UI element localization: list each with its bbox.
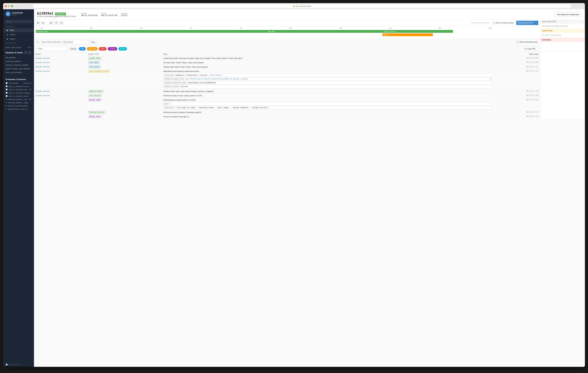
kv-val-parquet: gs://hackernews-elementl-prod/stories/20…: [185, 77, 489, 81]
bar-label-1: split_types: [268, 31, 275, 32]
info-cell: Finished execution of step "upload_stori…: [162, 93, 494, 98]
minimize-button[interactable]: [8, 5, 10, 7]
run-id-section: b13059e2 SUCCESS ⟳ Run of download_pipel…: [37, 11, 76, 17]
hide-unselected-control[interactable]: Hide unselected steps: [516, 41, 538, 43]
gantt-view-btn-1[interactable]: ⊞: [36, 21, 40, 25]
filter-button[interactable]: Filter: [28, 46, 32, 48]
hide-checkbox-input[interactable]: [493, 22, 495, 24]
re-execute-dropdown[interactable]: ▾: [535, 21, 538, 25]
filter-btn-error[interactable]: Error: [99, 47, 107, 51]
kv-key-pid: pid: [163, 102, 168, 106]
back-button[interactable]: ‹: [16, 5, 17, 7]
filter-btn-event[interactable]: Event: [118, 47, 127, 51]
filter-btn-info[interactable]: Info: [79, 47, 86, 51]
gantt-view-btn-3[interactable]: ▤: [49, 21, 53, 25]
gantt-main: ⊞ ⊟ ▤ ◷ ⊡ Hide not started steps: [34, 20, 540, 119]
schedule-item-5[interactable]: ⟳ download_pipeline__stagin...: [3, 101, 34, 104]
timestamp-cell: 08:32:57.739: [494, 115, 540, 119]
step-subset-input[interactable]: [40, 40, 89, 44]
log-table: SOLID EVENT TYPE INFO TIMESTAMP upload_s…: [34, 52, 540, 119]
pipeline-item-dynamic[interactable]: dynamic_download_pipeline: [3, 63, 34, 67]
gantt-view-btn-5[interactable]: ⊡: [59, 21, 63, 25]
pipeline-item-dbt[interactable]: dbt_pipeline: [3, 56, 34, 59]
schedule-name-2: daily_hn_download_staging...: [9, 92, 31, 94]
sidebar-item-status[interactable]: ◉ Status: [4, 37, 33, 41]
duration-value: 0:01:33: [121, 14, 127, 17]
tick-80: 80s: [389, 27, 439, 29]
info-cell: Got input "path" of type "String". (Type…: [162, 61, 494, 65]
schedule-item-3[interactable]: 🕐 daily_hn_dynamic_downlo...: [3, 94, 34, 98]
kv-key-asset: asset_key: [163, 74, 175, 77]
timestamp-cell: 08:32:52.094: [494, 61, 540, 65]
solid-name: upload_stories: [35, 90, 50, 92]
kv-val-step-keys: ['id_range_for_date', 'download_items', …: [175, 106, 492, 110]
view-asset-link[interactable]: [View Asset]: [209, 74, 221, 76]
pipeline-item-failure[interactable]: pipeline_failure_alert_pipeline: [3, 67, 34, 71]
pipeline-list-btn[interactable]: ≡: [28, 51, 32, 54]
all-schedules-label: All schedules: [9, 82, 19, 84]
errored-header: ERRORED: [540, 38, 585, 42]
assets-icon: ◈: [6, 33, 9, 36]
close-button[interactable]: [5, 5, 7, 7]
runs-icon: ▶: [6, 29, 9, 31]
gantt-bar-upload: upload_: [382, 33, 433, 36]
log-filter-input[interactable]: [36, 47, 67, 51]
gantt-view-btn-4[interactable]: ◷: [54, 21, 58, 25]
tick-60: 60s: [289, 27, 339, 29]
all-sensors-label: All sensors: [23, 82, 32, 84]
view-tags-button[interactable]: View tags and configuration: [555, 12, 582, 17]
schedule-clock-icon-1: 🕐: [6, 88, 8, 90]
filter-btn-warning[interactable]: Warning: [87, 47, 97, 51]
all-schedules-item[interactable]: 🕐 All schedules All sensors: [3, 81, 34, 85]
pipeline-item-story[interactable]: story_recommender: [3, 71, 34, 74]
gantt-bar-upload-comment: upload_comment...: [382, 30, 453, 33]
filter-btn-debug[interactable]: Debug: [69, 47, 78, 51]
meta-duration: Duration 0:01:33: [121, 12, 127, 17]
event-badge: ASSET_MATERIALIZATION: [88, 70, 110, 73]
copy-parquet-btn[interactable]: ⧉: [489, 77, 492, 80]
schedule-item-4[interactable]: ⟳ download_pipeline__prod...: [3, 98, 34, 101]
schedule-item-7[interactable]: ⟳ pipeline_failure_sensor: [3, 107, 34, 111]
kv-row-parquet: loaded_parquet_file gs://hackernews-elem…: [163, 77, 492, 81]
gantt-view-btn-2[interactable]: ⊟: [41, 21, 45, 25]
kv-key-dataset: bigquery_dataset_name: [163, 81, 187, 85]
table-body: upload_stories LOADED_INPUT Loaded input…: [34, 56, 540, 119]
logo-name: DAGSTER: [12, 12, 23, 14]
gantt-timeline: 10s 20s 30s 40s 50s 60s 70s 80s 90s 100s: [36, 27, 538, 30]
copy-url-button[interactable]: ⧉ Copy URL: [523, 47, 538, 51]
kv-val-dataset: hackernews.stories$20201228: [187, 81, 492, 85]
sensor-icon-6: ⟳: [6, 105, 7, 107]
clock-icon-tz: 🕐: [6, 363, 8, 365]
solid-name: -: [35, 116, 37, 118]
sidebar-item-assets[interactable]: ◈ Assets: [4, 33, 33, 37]
event-badge: STEP_SUCCESS: [88, 94, 102, 97]
tick-70: 70s: [339, 27, 389, 29]
filter-btn-critical[interactable]: Critical: [108, 47, 117, 51]
side-panels: NOT EXECUTED No steps are waiting to exe…: [540, 20, 585, 119]
hide-not-started-checkbox[interactable]: Hide not started steps: [493, 22, 514, 24]
layer-button[interactable]: ⊞ ▲: [90, 40, 96, 44]
ended-label: Ended: [101, 12, 117, 14]
forward-button[interactable]: ›: [19, 5, 20, 7]
pipelines-title: Pipelines & Solids: [6, 52, 23, 54]
parquet-link[interactable]: gs://hackernews-elementl-prod/stories/20…: [186, 78, 248, 80]
started-label: Started: [81, 12, 97, 14]
schedule-item-2[interactable]: 🕐 daily_hn_download_staging...: [3, 91, 34, 94]
run-pipeline-label: Run of download_pipeline @ f26bc119: pro…: [39, 15, 76, 17]
kv-key-step-keys: step_keys: [163, 106, 175, 110]
fullscreen-button[interactable]: [11, 5, 13, 7]
pipeline-graph-btn[interactable]: ⬡: [24, 51, 28, 54]
address-bar[interactable]: 🔒 demo.elementl.show: [33, 4, 571, 8]
info-cell: Finished execution of pipeline "download…: [162, 110, 494, 115]
re-execute-button[interactable]: Re-execute All (*): [516, 21, 535, 25]
kv-row-table: bigquery_table stories: [163, 85, 492, 88]
schedule-item-0[interactable]: 🕐 daily_hn_download_local_s...: [3, 85, 34, 88]
solid-name: -: [35, 99, 37, 101]
schedule-item-6[interactable]: ⟳ dynamic_download_pipeli...: [3, 104, 34, 107]
col-timestamp: TIMESTAMP: [494, 52, 540, 56]
hide-unselected-checkbox[interactable]: [516, 41, 518, 43]
sidebar-item-runs[interactable]: ▶ Runs: [4, 28, 33, 32]
schedule-item-1[interactable]: 🕐 daily_hn_download_prod...: [3, 88, 34, 91]
search-input[interactable]: [5, 20, 32, 23]
pipeline-item-download[interactable]: download_pipeline: [3, 59, 34, 63]
